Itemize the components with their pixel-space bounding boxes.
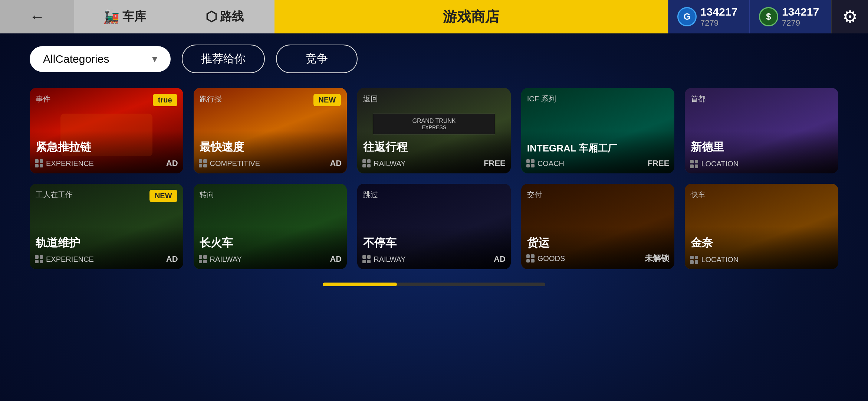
card-price: FREE xyxy=(648,159,670,168)
new-badge: NEW xyxy=(149,190,177,202)
tab-competitive-label: 竞争 xyxy=(306,52,328,65)
card-footer: EXPERIENCE AD xyxy=(35,159,178,168)
card-freight[interactable]: 交付 货运 GOODS 未解锁 xyxy=(521,184,675,269)
train-icon: 🚂 xyxy=(103,9,119,25)
card-price: AD xyxy=(166,159,178,168)
type-icon xyxy=(35,159,43,167)
tab-competitive[interactable]: 竞争 xyxy=(276,45,358,73)
card-type: RAILWAY xyxy=(362,159,405,168)
card-price: AD xyxy=(330,159,342,168)
green-currency-icon: $ xyxy=(759,7,778,26)
card-track-maintenance[interactable]: NEW 工人在工作 轨道维护 EXPERIENCE AD xyxy=(30,184,183,269)
blue-currency-main: 134217 xyxy=(700,6,737,18)
card-title: 金奈 xyxy=(691,235,832,251)
scroll-track xyxy=(323,283,545,286)
green-currency-sub: 7279 xyxy=(782,18,819,28)
card-footer: LOCATION xyxy=(690,255,833,264)
card-footer: RAILWAY AD xyxy=(362,254,506,264)
card-category: 返回 xyxy=(363,94,378,104)
card-title: 不停车 xyxy=(363,235,505,251)
card-title: 轨道维护 xyxy=(36,235,177,251)
back-icon: ← xyxy=(29,8,45,26)
card-round-trip[interactable]: GRAND TRUNK EXPRESS 返回 往返行程 RAILWAY FREE xyxy=(357,88,511,173)
card-type: LOCATION xyxy=(690,255,739,264)
card-type: RAILWAY xyxy=(362,255,405,264)
blue-currency-sub: 7279 xyxy=(700,18,737,28)
card-footer: EXPERIENCE AD xyxy=(35,254,178,264)
card-title: 最快速度 xyxy=(200,140,341,155)
garage-button[interactable]: 🚂 车库 xyxy=(74,0,174,33)
card-category: 首都 xyxy=(691,94,706,104)
tab-recommended[interactable]: 推荐给你 xyxy=(182,45,265,73)
back-button[interactable]: ← xyxy=(0,0,74,33)
route-label: 路线 xyxy=(220,9,244,25)
card-fastest-speed[interactable]: NEW 跑行授 最快速度 COMPETITIVE AD xyxy=(194,88,347,173)
type-icon xyxy=(35,255,43,263)
card-title: 长火车 xyxy=(200,235,341,251)
card-title: 货运 xyxy=(527,235,669,251)
filter-bar: AllCategories ▾ 推荐给你 竞争 xyxy=(0,33,868,84)
chevron-down-icon: ▾ xyxy=(152,53,157,65)
currency-blue: G 134217 7279 xyxy=(668,0,749,33)
card-title: 紧急推拉链 xyxy=(36,140,177,155)
new-badge: true xyxy=(153,94,177,106)
new-badge: NEW xyxy=(313,94,341,106)
scroll-thumb xyxy=(323,283,397,286)
card-category: 事件 xyxy=(36,94,50,104)
card-chennai[interactable]: 快车 金奈 LOCATION xyxy=(685,184,838,269)
card-category: 工人在工作 xyxy=(36,190,73,200)
card-type: GOODS xyxy=(526,254,565,263)
card-footer: RAILWAY FREE xyxy=(362,159,506,168)
card-footer: GOODS 未解锁 xyxy=(526,253,670,264)
card-category: 转向 xyxy=(200,190,214,200)
card-grid-row2: NEW 工人在工作 轨道维护 EXPERIENCE AD 转向 长火车 RAIL… xyxy=(0,184,868,269)
route-icon: ⬡ xyxy=(206,9,217,25)
category-dropdown[interactable]: AllCategories ▾ xyxy=(30,46,171,72)
type-icon xyxy=(526,254,535,263)
card-long-train[interactable]: 转向 长火车 RAILWAY AD xyxy=(194,184,347,269)
store-label: 游戏商店 xyxy=(443,7,499,26)
card-category: 快车 xyxy=(691,190,706,200)
settings-button[interactable]: ⚙ xyxy=(831,0,868,33)
card-price: 未解锁 xyxy=(645,253,669,264)
type-icon xyxy=(362,255,371,263)
blue-currency-icon: G xyxy=(677,7,697,26)
store-button[interactable]: 游戏商店 xyxy=(274,0,668,33)
card-title: INTEGRAL 车厢工厂 xyxy=(527,142,669,155)
settings-icon: ⚙ xyxy=(842,7,858,27)
card-category: 交付 xyxy=(527,190,542,200)
card-type: COACH xyxy=(526,159,564,168)
card-title: 新德里 xyxy=(691,140,832,155)
card-new-delhi[interactable]: 首都 新德里 LOCATION xyxy=(685,88,838,173)
scroll-indicator xyxy=(0,283,868,286)
card-footer: COMPETITIVE AD xyxy=(199,159,342,168)
card-grid-row1: true 事件 紧急推拉链 EXPERIENCE AD NEW 跑行授 最快速度… xyxy=(0,88,868,173)
blue-currency-values: 134217 7279 xyxy=(700,6,737,28)
route-button[interactable]: ⬡ 路线 xyxy=(174,0,274,33)
tab-recommended-label: 推荐给你 xyxy=(201,52,246,65)
type-icon xyxy=(199,159,207,167)
card-title: 往返行程 xyxy=(363,140,505,155)
card-category: 跳过 xyxy=(363,190,378,200)
card-price: AD xyxy=(330,254,342,264)
card-footer: RAILWAY AD xyxy=(199,254,342,264)
card-non-stop[interactable]: 跳过 不停车 RAILWAY AD xyxy=(357,184,511,269)
card-category: ICF 系列 xyxy=(527,94,556,104)
category-label: AllCategories xyxy=(43,53,109,65)
card-integral-coach[interactable]: ICF 系列 INTEGRAL 车厢工厂 COACH FREE xyxy=(521,88,675,173)
card-footer: COACH FREE xyxy=(526,159,670,168)
card-type: EXPERIENCE xyxy=(35,159,94,168)
garage-label: 车库 xyxy=(122,9,146,25)
type-icon xyxy=(690,160,698,168)
topbar: ← 🚂 车库 ⬡ 路线 游戏商店 G 134217 7279 $ 134217 … xyxy=(0,0,868,33)
card-type: LOCATION xyxy=(690,160,739,168)
card-emergency-zip[interactable]: true 事件 紧急推拉链 EXPERIENCE AD xyxy=(30,88,183,173)
card-type: COMPETITIVE xyxy=(199,159,260,168)
green-currency-main: 134217 xyxy=(782,6,819,18)
type-icon xyxy=(526,159,535,167)
card-price: AD xyxy=(166,254,178,264)
type-icon xyxy=(690,256,698,264)
card-category: 跑行授 xyxy=(200,94,222,104)
green-currency-values: 134217 7279 xyxy=(782,6,819,28)
card-price: AD xyxy=(494,254,506,264)
